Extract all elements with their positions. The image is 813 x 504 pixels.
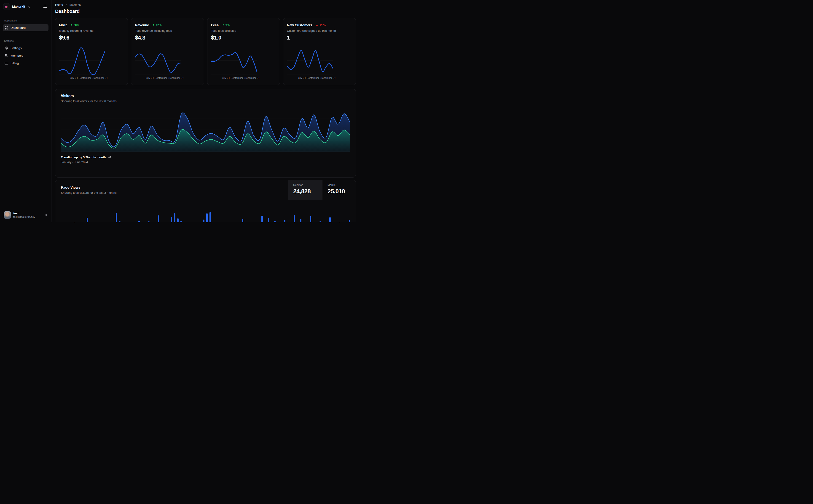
stat-card-fees: Fees 9% Total fees collected $1.0 July 2…: [207, 18, 280, 85]
bar: [206, 213, 208, 222]
x-tick-label: July 24: [70, 77, 78, 79]
tab-mobile[interactable]: Mobile 25,010: [322, 180, 356, 200]
x-tick-label: December 24: [320, 77, 336, 79]
bar: [284, 220, 286, 222]
visitors-period: January - June 2024: [61, 160, 350, 164]
visitors-subtitle: Showing total visitors for the last 6 mo…: [61, 99, 350, 103]
new-customers-sparkline-chart: [287, 45, 333, 76]
bar: [294, 215, 295, 222]
bar: [171, 217, 172, 222]
sidebar: m Makerkit Application Dashboard Setting…: [0, 0, 51, 222]
stat-title: Fees: [211, 23, 219, 27]
visitors-footer: Trending up by 5.2% this month January -…: [61, 156, 350, 164]
chevrons-up-down-icon: [28, 5, 31, 8]
sidebar-item-members[interactable]: Members: [3, 52, 48, 59]
sidebar-item-billing[interactable]: Billing: [3, 60, 48, 67]
bar: [174, 213, 175, 222]
arrow-up-icon: [222, 24, 225, 27]
bar: [268, 218, 269, 222]
x-tick-label: September 24: [155, 77, 170, 79]
sidebar-item-label: Billing: [11, 61, 19, 65]
trend-badge: 12%: [152, 24, 161, 27]
bar: [274, 221, 276, 222]
tab-label: Desktop: [293, 183, 322, 187]
revenue-sparkline-chart: [135, 45, 181, 76]
stat-value: $4.3: [135, 34, 200, 41]
notifications-button[interactable]: [42, 4, 48, 10]
stat-title: Revenue: [135, 23, 149, 27]
bar: [116, 213, 117, 222]
bar: [203, 220, 205, 222]
user-email: test@makerkit.dev: [13, 215, 35, 218]
trend-value: -25%: [319, 24, 326, 27]
trend-value: 9%: [226, 24, 230, 27]
avatar: [4, 211, 11, 219]
user-name: test: [13, 212, 35, 215]
stat-description: Total fees collected: [211, 29, 276, 32]
sparkline-x-labels: July 24 September 24 December 24: [59, 77, 105, 80]
users-icon: [5, 54, 8, 58]
sidebar-item-settings[interactable]: Settings: [3, 45, 48, 52]
bar: [320, 221, 321, 222]
stat-value: 1: [287, 34, 352, 41]
bar: [262, 216, 263, 222]
visitors-trend-text: Trending up by 5.2% this month: [61, 156, 106, 159]
tab-desktop[interactable]: Desktop 24,828: [288, 180, 322, 200]
gear-icon: [5, 46, 8, 50]
sidebar-item-label: Dashboard: [11, 26, 26, 29]
breadcrumb: Home Makerkit: [55, 3, 356, 6]
bar: [300, 219, 302, 222]
bar: [310, 216, 311, 222]
bar: [74, 222, 75, 222]
x-tick-label: July 24: [146, 77, 154, 79]
page-views-bar-chart: [61, 203, 350, 222]
bell-icon: [43, 5, 47, 9]
arrow-up-icon: [70, 24, 73, 27]
mrr-sparkline-chart: [59, 45, 105, 76]
x-tick-label: September 24: [231, 77, 247, 79]
sidebar-nav: Application Dashboard Settings Settings …: [3, 19, 48, 67]
tab-value: 25,010: [328, 188, 356, 195]
trend-badge: 9%: [222, 24, 230, 27]
user-menu[interactable]: test test@makerkit.dev: [3, 210, 48, 220]
main-content: Home Makerkit Dashboard MRR 20% Monthly …: [51, 0, 359, 222]
bar: [158, 215, 159, 222]
bar: [242, 219, 243, 222]
breadcrumb-home-link[interactable]: Home: [55, 3, 63, 6]
trend-badge: 20%: [70, 24, 79, 27]
visitors-card: Visitors Showing total visitors for the …: [55, 89, 356, 178]
sparkline-x-labels: July 24 September 24 December 24: [211, 77, 257, 80]
sparkline-x-labels: July 24 September 24 December 24: [135, 77, 181, 80]
stat-card-mrr: MRR 20% Monthly recurring revenue $9.6 J…: [55, 18, 128, 85]
stat-cards-row: MRR 20% Monthly recurring revenue $9.6 J…: [55, 18, 356, 85]
trending-up-icon: [107, 156, 111, 159]
stat-card-revenue: Revenue 12% Total revenue including fees…: [131, 18, 204, 85]
x-tick-label: July 24: [298, 77, 306, 79]
workspace-switcher[interactable]: m Makerkit: [3, 3, 48, 11]
sidebar-item-label: Settings: [11, 46, 22, 50]
stat-description: Monthly recurring revenue: [59, 29, 124, 32]
chevrons-up-down-icon: [45, 214, 48, 216]
sidebar-item-dashboard[interactable]: Dashboard: [3, 24, 48, 31]
page-title: Dashboard: [55, 8, 356, 14]
nav-section-label: Application: [3, 19, 48, 22]
nav-section-label: Settings: [3, 40, 48, 42]
visitors-area-chart: [61, 108, 350, 152]
bar: [87, 218, 88, 222]
arrow-up-icon: [152, 24, 155, 27]
x-tick-label: September 24: [79, 77, 95, 79]
stat-description: Customers who signed up this month: [287, 29, 352, 32]
x-tick-label: December 24: [168, 77, 183, 79]
bar: [349, 220, 350, 222]
arrow-down-icon: [316, 24, 318, 27]
bar: [177, 218, 178, 222]
workspace-name: Makerkit: [12, 5, 25, 8]
sidebar-item-label: Members: [11, 54, 23, 57]
bar: [138, 221, 140, 222]
stat-title: MRR: [59, 23, 67, 27]
chevron-right-icon: [65, 3, 68, 6]
stat-card-new-customers: New Customers -25% Customers who signed …: [283, 18, 356, 85]
fees-sparkline-chart: [211, 45, 257, 76]
bar: [119, 221, 120, 222]
bar: [329, 217, 331, 222]
